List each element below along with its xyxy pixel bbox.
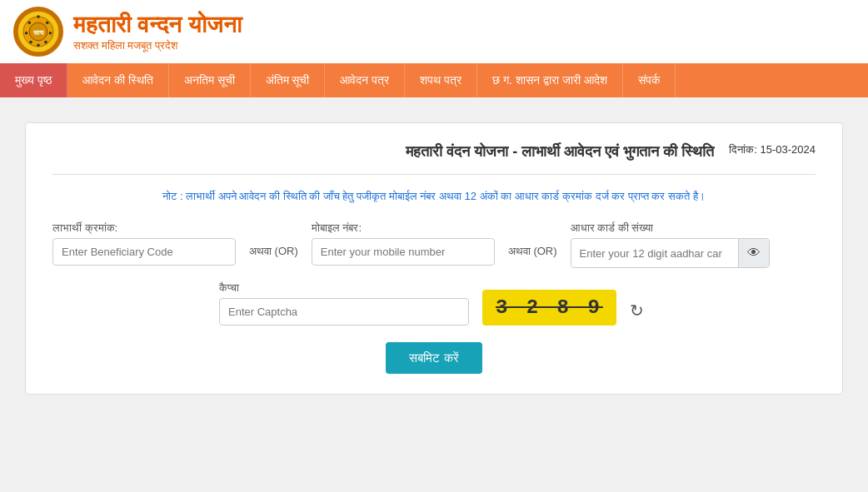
svg-point-7 [44, 41, 47, 44]
sub-title: सशक्त महिला मजबूत प्रदेश [73, 39, 242, 52]
captcha-value: 3 2 8 9 [496, 296, 603, 319]
captcha-row: कैप्चा 3 2 8 9 ↻ [219, 281, 816, 326]
divider [52, 174, 816, 175]
svg-point-10 [25, 32, 28, 35]
main-title: महतारी वन्दन योजना [73, 12, 242, 39]
submit-button[interactable]: सबमिट करें [386, 342, 481, 374]
svg-point-8 [37, 43, 40, 47]
or-label-2: अथवा (OR) [508, 245, 557, 258]
logo: सत्य [13, 7, 63, 57]
header-title-block: महतारी वन्दन योजना सशक्त महिला मजबूत प्र… [73, 12, 242, 52]
nav-item-application-form[interactable]: आवेदन पत्र [325, 63, 405, 97]
card-header: महतारी वंदन योजना - लाभार्थी आवेदन एवं भ… [52, 143, 816, 161]
nav-item-final-list[interactable]: अनतिम सूची [169, 63, 251, 97]
mobile-group: मोबाइल नंबर: [312, 221, 495, 266]
captcha-image: 3 2 8 9 [482, 290, 616, 326]
beneficiary-input[interactable] [52, 238, 236, 266]
svg-point-5 [46, 21, 49, 24]
card-date: दिनांक: 15-03-2024 [729, 143, 816, 157]
svg-text:सत्य: सत्य [32, 29, 44, 37]
or-label-1: अथवा (OR) [249, 245, 298, 258]
captcha-label: कैप्चा [219, 281, 469, 295]
svg-point-9 [29, 41, 32, 44]
navbar: मुख्य पृष्ठ आवेदन की स्थिति अनतिम सूची अ… [0, 63, 868, 97]
main-card: महतारी वंदन योजना - लाभार्थी आवेदन एवं भ… [25, 122, 843, 395]
refresh-captcha-button[interactable]: ↻ [630, 301, 644, 321]
beneficiary-group: लाभार्थी क्रमांक: [52, 221, 236, 266]
captcha-input[interactable] [219, 298, 469, 326]
svg-point-4 [37, 15, 40, 18]
nav-item-oath-letter[interactable]: शपथ पत्र [405, 63, 477, 97]
eye-icon: 👁 [747, 246, 761, 260]
aadhar-label: आधार कार्ड की संख्या [571, 221, 770, 235]
nav-item-contact[interactable]: संपर्क [623, 63, 676, 97]
header: सत्य महतारी वन्दन योजना सशक्त महिला मजबू… [0, 0, 868, 63]
aadhar-input-wrapper: 👁 [571, 238, 770, 268]
captcha-group: कैप्चा [219, 281, 469, 326]
note-text: नोट : लाभार्थी अपने आवेदन की स्थिति की ज… [52, 190, 816, 203]
spacer [0, 97, 868, 122]
nav-item-home[interactable]: मुख्य पृष्ठ [0, 63, 67, 97]
mobile-input[interactable] [312, 238, 495, 266]
date-label: दिनांक: [729, 143, 757, 156]
aadhar-input[interactable] [571, 241, 738, 266]
refresh-icon: ↻ [630, 301, 644, 320]
form-row-main: लाभार्थी क्रमांक: अथवा (OR) मोबाइल नंबर:… [52, 221, 816, 268]
mobile-label: मोबाइल नंबर: [312, 221, 495, 235]
aadhar-group: आधार कार्ड की संख्या 👁 [571, 221, 770, 268]
svg-point-11 [27, 21, 31, 24]
nav-item-final-list-2[interactable]: अंतिम सूची [251, 63, 326, 97]
svg-point-6 [49, 32, 52, 35]
eye-toggle-button[interactable]: 👁 [738, 239, 769, 267]
beneficiary-label: लाभार्थी क्रमांक: [52, 221, 236, 235]
submit-row: सबमिट करें [52, 342, 816, 374]
card-title: महतारी वंदन योजना - लाभार्थी आवेदन एवं भ… [391, 143, 729, 161]
nav-item-cg-order[interactable]: छ ग. शासन द्वारा जारी आदेश [477, 63, 622, 97]
date-value: 15-03-2024 [761, 143, 816, 156]
nav-item-application-status[interactable]: आवेदन की स्थिति [67, 63, 169, 97]
